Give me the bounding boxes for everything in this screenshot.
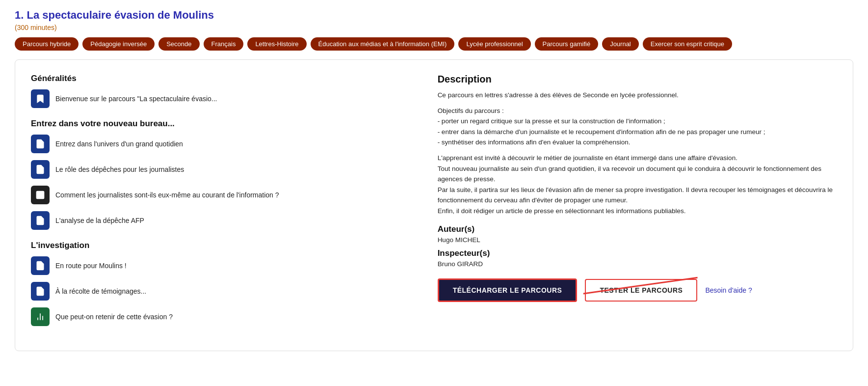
item-label: Le rôle des dépêches pour les journalist… xyxy=(55,165,184,173)
page-title: 1. La spectaculaire évasion de Moulins xyxy=(15,9,853,22)
item-label: Bienvenue sur le parcours "La spectacula… xyxy=(55,95,217,103)
left-column: GénéralitésBienvenue sur le parcours "La… xyxy=(31,74,418,337)
main-card: GénéralitésBienvenue sur le parcours "La… xyxy=(15,59,853,351)
tag-item[interactable]: Journal xyxy=(602,37,639,51)
item-label: Comment les journalistes sont-ils eux-mê… xyxy=(55,191,279,199)
buttons-row: TÉLÉCHARGER LE PARCOURS TESTER LE PARCOU… xyxy=(438,278,837,302)
item-row[interactable]: Le rôle des dépêches pour les journalist… xyxy=(31,160,418,179)
inspectors-heading: Inspecteur(s) xyxy=(438,248,837,258)
description-paragraph: L'apprenant est invité à découvrir le mé… xyxy=(438,153,837,217)
tag-item[interactable]: Exercer son esprit critique xyxy=(643,37,732,51)
item-row[interactable]: À la récolte de témoignages... xyxy=(31,282,418,301)
tag-item[interactable]: Français xyxy=(204,37,244,51)
section-block: GénéralitésBienvenue sur le parcours "La… xyxy=(31,74,418,108)
item-row[interactable]: Entrez dans l'univers d'un grand quotidi… xyxy=(31,135,418,153)
description-paragraphs: Ce parcours en lettres s'adresse à des é… xyxy=(438,90,837,217)
section-title: Généralités xyxy=(31,74,418,83)
item-label: Entrez dans l'univers d'un grand quotidi… xyxy=(55,140,183,148)
test-button[interactable]: TESTER LE PARCOURS xyxy=(585,279,697,302)
item-row[interactable]: En route pour Moulins ! xyxy=(31,256,418,275)
right-column: Description Ce parcours en lettres s'adr… xyxy=(438,74,837,337)
description-paragraph: Objectifs du parcours : - porter un rega… xyxy=(438,106,837,148)
item-row[interactable]: Que peut-on retenir de cette évasion ? xyxy=(31,307,418,326)
section-title: Entrez dans votre nouveau bureau... xyxy=(31,119,418,129)
section-block: Entrez dans votre nouveau bureau...Entre… xyxy=(31,119,418,230)
item-row[interactable]: L'analyse de la dépêche AFP xyxy=(31,211,418,230)
bookmark-icon xyxy=(31,89,50,108)
duration: (300 minutes) xyxy=(15,24,853,31)
authors-name: Hugo MICHEL xyxy=(438,236,837,244)
page-container: 1. La spectaculaire évasion de Moulins (… xyxy=(0,0,868,361)
doclines-icon xyxy=(31,256,50,275)
tag-item[interactable]: Lycée professionnel xyxy=(458,37,530,51)
doc-icon xyxy=(31,282,50,301)
chart-icon xyxy=(31,307,50,326)
item-row[interactable]: Comment les journalistes sont-ils eux-mê… xyxy=(31,186,418,204)
tag-item[interactable]: Éducation aux médias et à l'information … xyxy=(311,37,455,51)
description-paragraph: Ce parcours en lettres s'adresse à des é… xyxy=(438,90,837,101)
description-heading: Description xyxy=(438,74,837,85)
tag-item[interactable]: Parcours hybride xyxy=(15,37,79,51)
item-row[interactable]: Bienvenue sur le parcours "La spectacula… xyxy=(31,89,418,108)
doc-icon xyxy=(31,135,50,153)
item-label: En route pour Moulins ! xyxy=(55,262,127,270)
tag-item[interactable]: Seconde xyxy=(158,37,199,51)
help-link[interactable]: Besoin d'aide ? xyxy=(705,286,752,294)
authors-heading: Auteur(s) xyxy=(438,224,837,234)
doclines-icon xyxy=(31,211,50,230)
svg-point-3 xyxy=(38,193,40,194)
section-block: L'investigationEn route pour Moulins !À … xyxy=(31,241,418,326)
item-label: L'analyse de la dépêche AFP xyxy=(55,217,144,224)
inspectors-name: Bruno GIRARD xyxy=(438,260,837,268)
doc-icon xyxy=(31,160,50,179)
tag-item[interactable]: Lettres-Histoire xyxy=(247,37,306,51)
download-button[interactable]: TÉLÉCHARGER LE PARCOURS xyxy=(438,278,578,302)
tags-row: Parcours hybridePédagogie inverséeSecond… xyxy=(15,37,853,51)
item-label: À la récolte de témoignages... xyxy=(55,287,146,295)
item-label: Que peut-on retenir de cette évasion ? xyxy=(55,313,173,321)
section-title: L'investigation xyxy=(31,241,418,250)
image-icon xyxy=(31,186,50,204)
tag-item[interactable]: Parcours gamifié xyxy=(535,37,599,51)
authors-section: Auteur(s) Hugo MICHEL Inspecteur(s) Brun… xyxy=(438,224,837,268)
tag-item[interactable]: Pédagogie inversée xyxy=(82,37,155,51)
